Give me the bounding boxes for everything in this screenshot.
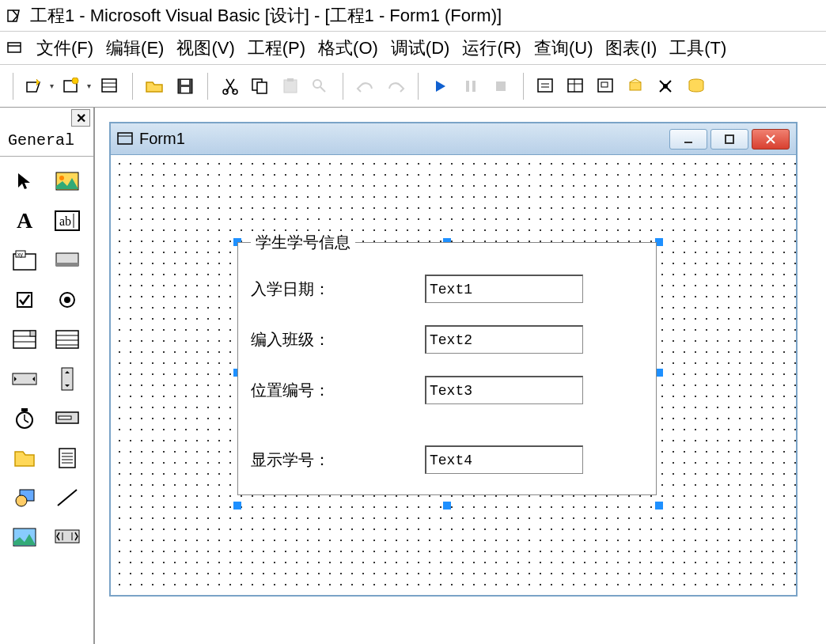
add-project-button[interactable] xyxy=(25,75,47,97)
toolbox-button[interactable] xyxy=(655,75,677,97)
svg-point-8 xyxy=(233,89,237,94)
svg-point-35 xyxy=(64,297,70,303)
form-titlebar[interactable]: Form1 xyxy=(111,123,796,155)
menu-run[interactable]: 运行(R) xyxy=(462,36,521,60)
checkbox-tool[interactable] xyxy=(11,288,38,312)
menu-tools[interactable]: 工具(T) xyxy=(669,36,726,60)
selection-handle[interactable] xyxy=(655,502,663,510)
pointer-tool[interactable] xyxy=(11,169,38,193)
menu-editor-button[interactable] xyxy=(99,75,121,97)
menu-debug[interactable]: 调试(D) xyxy=(391,36,450,60)
menu-view[interactable]: 视图(V) xyxy=(176,36,234,60)
menu-diagram[interactable]: 图表(I) xyxy=(605,36,657,60)
selection-handle[interactable] xyxy=(443,502,451,510)
frame-tool[interactable]: xy xyxy=(11,248,38,272)
svg-rect-16 xyxy=(496,81,506,91)
data-view-button[interactable] xyxy=(685,75,707,97)
svg-text:ab: ab xyxy=(59,214,71,228)
paste-button[interactable] xyxy=(279,75,301,97)
svg-rect-6 xyxy=(181,87,189,93)
menu-edit[interactable]: 编辑(E) xyxy=(106,36,164,60)
toolbar-separator xyxy=(343,73,343,100)
cut-button[interactable] xyxy=(219,75,241,97)
listbox-tool[interactable] xyxy=(54,328,81,351)
hscrollbar-tool[interactable] xyxy=(11,367,38,391)
menu-format[interactable]: 格式(O) xyxy=(318,36,378,60)
pause-button[interactable] xyxy=(460,75,482,97)
start-button[interactable] xyxy=(430,75,452,97)
title-bar: 工程1 - Microsoft Visual Basic [设计] - [工程1… xyxy=(0,0,826,32)
textbox-tool[interactable]: ab xyxy=(54,209,81,233)
find-button[interactable] xyxy=(309,75,332,97)
form-icon xyxy=(117,132,133,146)
svg-rect-51 xyxy=(726,135,733,143)
textbox-student-id[interactable] xyxy=(425,445,583,474)
form-layout-button[interactable] xyxy=(595,75,617,97)
svg-rect-21 xyxy=(630,82,641,90)
form-canvas[interactable]: 学生学号信息 入学日期： 编入班级： 位置编号： 显示学号： xyxy=(111,155,796,595)
combobox-tool[interactable] xyxy=(11,328,38,351)
svg-rect-33 xyxy=(17,293,32,307)
form-window: Form1 学生学号信息 xyxy=(109,122,798,597)
label-position: 位置编号： xyxy=(251,380,425,401)
svg-point-22 xyxy=(663,84,668,89)
svg-text:xy: xy xyxy=(17,252,24,258)
svg-rect-20 xyxy=(601,82,608,87)
optionbutton-tool[interactable] xyxy=(54,288,81,312)
shape-tool[interactable] xyxy=(11,486,38,510)
dropdown-arrow-icon[interactable]: ▾ xyxy=(50,81,54,90)
save-button[interactable] xyxy=(174,75,196,97)
vscrollbar-tool[interactable] xyxy=(54,367,81,391)
form-title-text: Form1 xyxy=(139,130,669,148)
design-surface[interactable]: Form1 学生学号信息 xyxy=(95,108,826,644)
undo-button[interactable] xyxy=(354,75,377,97)
svg-rect-17 xyxy=(538,79,552,92)
object-browser-button[interactable] xyxy=(625,75,647,97)
picturebox-tool[interactable] xyxy=(54,169,81,193)
project-explorer-button[interactable] xyxy=(535,75,557,97)
copy-button[interactable] xyxy=(249,75,271,97)
toolbar-separator xyxy=(207,73,208,100)
textbox-position[interactable] xyxy=(425,376,583,404)
label-tool[interactable]: A xyxy=(11,209,38,233)
toolbar-separator xyxy=(418,73,419,100)
drivelistbox-tool[interactable] xyxy=(54,407,81,430)
toolbar-separator xyxy=(132,73,133,100)
data-tool[interactable] xyxy=(54,525,81,549)
svg-rect-45 xyxy=(59,449,75,468)
svg-rect-14 xyxy=(466,81,469,92)
svg-point-7 xyxy=(223,89,228,94)
dirlistbox-tool[interactable] xyxy=(11,446,38,470)
frame-control[interactable]: 学生学号信息 入学日期： 编入班级： 位置编号： 显示学号： xyxy=(237,242,657,495)
commandbutton-tool[interactable] xyxy=(54,248,81,272)
svg-rect-37 xyxy=(30,331,36,336)
svg-point-2 xyxy=(72,78,78,84)
minimize-button[interactable] xyxy=(669,129,707,150)
svg-point-13 xyxy=(313,80,321,88)
dropdown-arrow-icon[interactable]: ▾ xyxy=(87,81,91,90)
timer-tool[interactable] xyxy=(11,407,38,430)
menu-file[interactable]: 文件(F) xyxy=(36,36,93,60)
textbox-class[interactable] xyxy=(425,325,583,354)
open-button[interactable] xyxy=(144,75,166,97)
svg-rect-0 xyxy=(8,43,21,52)
add-form-button[interactable] xyxy=(62,75,84,97)
svg-rect-42 xyxy=(21,408,28,411)
textbox-enroll-date[interactable] xyxy=(425,275,583,303)
toolbar-separator xyxy=(13,73,13,100)
mdi-icon xyxy=(6,40,24,57)
filelistbox-tool[interactable] xyxy=(54,446,81,470)
toolbox-close-button[interactable]: ✕ xyxy=(71,109,90,127)
label-student-id: 显示学号： xyxy=(251,449,425,471)
main-area: ✕ General A ab xy xyxy=(0,108,826,644)
close-button[interactable] xyxy=(752,129,790,150)
maximize-button[interactable] xyxy=(710,129,748,150)
properties-button[interactable] xyxy=(565,75,587,97)
stop-button[interactable] xyxy=(490,75,512,97)
image-tool[interactable] xyxy=(11,525,38,549)
menu-query[interactable]: 查询(U) xyxy=(534,36,593,60)
redo-button[interactable] xyxy=(385,75,407,97)
line-tool[interactable] xyxy=(54,486,81,510)
menu-project[interactable]: 工程(P) xyxy=(248,36,305,60)
selection-handle[interactable] xyxy=(233,502,241,510)
